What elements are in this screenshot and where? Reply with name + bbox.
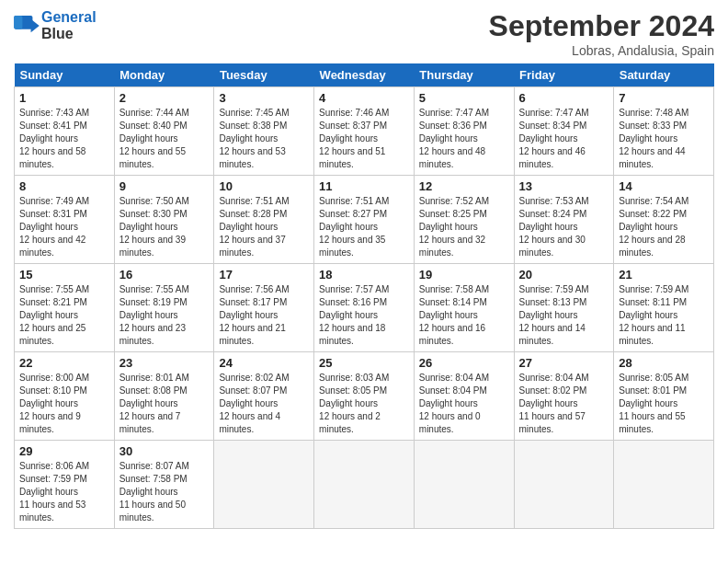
day-number: 16	[119, 268, 210, 282]
logo-icon	[14, 16, 40, 36]
day-cell-27: 27 Sunrise: 8:04 AMSunset: 8:02 PMDaylig…	[514, 352, 614, 441]
day-info: Sunrise: 7:55 AMSunset: 8:21 PMDaylight …	[19, 284, 89, 346]
day-number: 23	[119, 356, 210, 370]
day-cell-23: 23 Sunrise: 8:01 AMSunset: 8:08 PMDaylig…	[114, 352, 214, 441]
svg-rect-2	[14, 16, 22, 29]
day-number: 11	[319, 179, 409, 193]
day-number: 8	[19, 179, 109, 193]
day-info: Sunrise: 7:51 AMSunset: 8:27 PMDaylight …	[319, 196, 389, 258]
day-number: 9	[119, 179, 210, 193]
day-cell-28: 28 Sunrise: 8:05 AMSunset: 8:01 PMDaylig…	[614, 352, 714, 441]
day-number: 13	[519, 179, 609, 193]
day-info: Sunrise: 8:03 AMSunset: 8:05 PMDaylight …	[319, 373, 389, 434]
day-cell-25: 25 Sunrise: 8:03 AMSunset: 8:05 PMDaylig…	[314, 352, 415, 441]
calendar-week-1: 1 Sunrise: 7:43 AMSunset: 8:41 PMDayligh…	[15, 87, 714, 176]
day-info: Sunrise: 7:46 AMSunset: 8:37 PMDaylight …	[319, 108, 389, 169]
empty-cell	[414, 441, 514, 529]
col-header-tuesday: Tuesday	[214, 63, 314, 87]
day-number: 2	[119, 91, 210, 105]
day-number: 6	[519, 91, 609, 105]
day-number: 26	[419, 356, 509, 370]
day-number: 3	[219, 91, 309, 105]
day-info: Sunrise: 8:06 AMSunset: 7:59 PMDaylight …	[19, 461, 89, 523]
day-number: 10	[219, 179, 309, 193]
day-cell-6: 6 Sunrise: 7:47 AMSunset: 8:34 PMDayligh…	[514, 87, 614, 176]
col-header-saturday: Saturday	[614, 63, 714, 87]
day-info: Sunrise: 7:49 AMSunset: 8:31 PMDaylight …	[19, 196, 89, 258]
day-info: Sunrise: 7:45 AMSunset: 8:38 PMDaylight …	[219, 108, 289, 169]
day-number: 18	[319, 268, 409, 282]
empty-cell	[314, 441, 415, 529]
day-info: Sunrise: 7:59 AMSunset: 8:11 PMDaylight …	[619, 284, 688, 346]
day-info: Sunrise: 7:55 AMSunset: 8:19 PMDaylight …	[119, 284, 189, 346]
svg-marker-1	[31, 18, 40, 32]
day-number: 5	[419, 91, 509, 105]
day-cell-9: 9 Sunrise: 7:50 AMSunset: 8:30 PMDayligh…	[114, 176, 214, 264]
day-info: Sunrise: 8:04 AMSunset: 8:04 PMDaylight …	[419, 373, 489, 434]
day-cell-3: 3 Sunrise: 7:45 AMSunset: 8:38 PMDayligh…	[214, 87, 314, 176]
day-number: 27	[519, 356, 609, 370]
day-cell-20: 20 Sunrise: 7:59 AMSunset: 8:13 PMDaylig…	[514, 264, 614, 352]
day-info: Sunrise: 8:00 AMSunset: 8:10 PMDaylight …	[19, 373, 89, 434]
day-info: Sunrise: 7:52 AMSunset: 8:25 PMDaylight …	[419, 196, 489, 258]
day-number: 30	[119, 444, 210, 458]
day-number: 7	[619, 91, 709, 105]
day-number: 25	[319, 356, 409, 370]
day-info: Sunrise: 7:44 AMSunset: 8:40 PMDaylight …	[119, 108, 189, 169]
day-info: Sunrise: 7:48 AMSunset: 8:33 PMDaylight …	[619, 108, 688, 169]
day-info: Sunrise: 7:57 AMSunset: 8:16 PMDaylight …	[319, 284, 389, 346]
day-info: Sunrise: 7:56 AMSunset: 8:17 PMDaylight …	[219, 284, 289, 346]
header: General Blue September 2024 Lobras, Anda…	[14, 9, 714, 58]
day-number: 22	[19, 356, 109, 370]
day-cell-24: 24 Sunrise: 8:02 AMSunset: 8:07 PMDaylig…	[214, 352, 314, 441]
day-info: Sunrise: 7:47 AMSunset: 8:34 PMDaylight …	[519, 108, 589, 169]
day-number: 24	[219, 356, 309, 370]
empty-cell	[214, 441, 314, 529]
calendar-week-4: 22 Sunrise: 8:00 AMSunset: 8:10 PMDaylig…	[15, 352, 714, 441]
page-container: General Blue September 2024 Lobras, Anda…	[0, 0, 728, 538]
day-number: 20	[519, 268, 609, 282]
day-cell-1: 1 Sunrise: 7:43 AMSunset: 8:41 PMDayligh…	[15, 87, 115, 176]
logo-line2: Blue	[41, 26, 74, 41]
day-info: Sunrise: 7:53 AMSunset: 8:24 PMDaylight …	[519, 196, 589, 258]
logo-text: General Blue	[41, 9, 97, 41]
day-number: 21	[619, 268, 709, 282]
day-cell-22: 22 Sunrise: 8:00 AMSunset: 8:10 PMDaylig…	[15, 352, 115, 441]
day-info: Sunrise: 8:04 AMSunset: 8:02 PMDaylight …	[519, 373, 589, 434]
day-cell-13: 13 Sunrise: 7:53 AMSunset: 8:24 PMDaylig…	[514, 176, 614, 264]
day-info: Sunrise: 8:07 AMSunset: 7:58 PMDaylight …	[119, 461, 189, 523]
day-number: 14	[619, 179, 709, 193]
logo: General Blue	[14, 9, 97, 41]
day-info: Sunrise: 7:59 AMSunset: 8:13 PMDaylight …	[519, 284, 589, 346]
day-cell-29: 29 Sunrise: 8:06 AMSunset: 7:59 PMDaylig…	[15, 441, 115, 529]
day-cell-8: 8 Sunrise: 7:49 AMSunset: 8:31 PMDayligh…	[15, 176, 115, 264]
day-info: Sunrise: 7:51 AMSunset: 8:28 PMDaylight …	[219, 196, 289, 258]
day-info: Sunrise: 8:05 AMSunset: 8:01 PMDaylight …	[619, 373, 688, 434]
logo-line1: General	[41, 9, 97, 25]
col-header-thursday: Thursday	[414, 63, 514, 87]
col-header-monday: Monday	[114, 63, 214, 87]
day-cell-15: 15 Sunrise: 7:55 AMSunset: 8:21 PMDaylig…	[15, 264, 115, 352]
title-block: September 2024 Lobras, Andalusia, Spain	[489, 9, 714, 58]
day-cell-19: 19 Sunrise: 7:58 AMSunset: 8:14 PMDaylig…	[414, 264, 514, 352]
day-info: Sunrise: 7:58 AMSunset: 8:14 PMDaylight …	[419, 284, 489, 346]
day-info: Sunrise: 8:01 AMSunset: 8:08 PMDaylight …	[119, 373, 189, 434]
day-info: Sunrise: 7:54 AMSunset: 8:22 PMDaylight …	[619, 196, 688, 258]
calendar-week-2: 8 Sunrise: 7:49 AMSunset: 8:31 PMDayligh…	[15, 176, 714, 264]
calendar-week-5: 29 Sunrise: 8:06 AMSunset: 7:59 PMDaylig…	[15, 441, 714, 529]
day-cell-17: 17 Sunrise: 7:56 AMSunset: 8:17 PMDaylig…	[214, 264, 314, 352]
day-number: 12	[419, 179, 509, 193]
day-cell-2: 2 Sunrise: 7:44 AMSunset: 8:40 PMDayligh…	[114, 87, 214, 176]
day-cell-12: 12 Sunrise: 7:52 AMSunset: 8:25 PMDaylig…	[414, 176, 514, 264]
col-header-friday: Friday	[514, 63, 614, 87]
day-number: 29	[19, 444, 109, 458]
calendar-table: SundayMondayTuesdayWednesdayThursdayFrid…	[14, 63, 714, 529]
day-info: Sunrise: 7:47 AMSunset: 8:36 PMDaylight …	[419, 108, 489, 169]
day-cell-11: 11 Sunrise: 7:51 AMSunset: 8:27 PMDaylig…	[314, 176, 415, 264]
col-header-wednesday: Wednesday	[314, 63, 415, 87]
location: Lobras, Andalusia, Spain	[489, 43, 714, 58]
day-number: 19	[419, 268, 509, 282]
day-cell-4: 4 Sunrise: 7:46 AMSunset: 8:37 PMDayligh…	[314, 87, 415, 176]
calendar-header-row: SundayMondayTuesdayWednesdayThursdayFrid…	[15, 63, 714, 87]
month-title: September 2024	[489, 9, 714, 43]
